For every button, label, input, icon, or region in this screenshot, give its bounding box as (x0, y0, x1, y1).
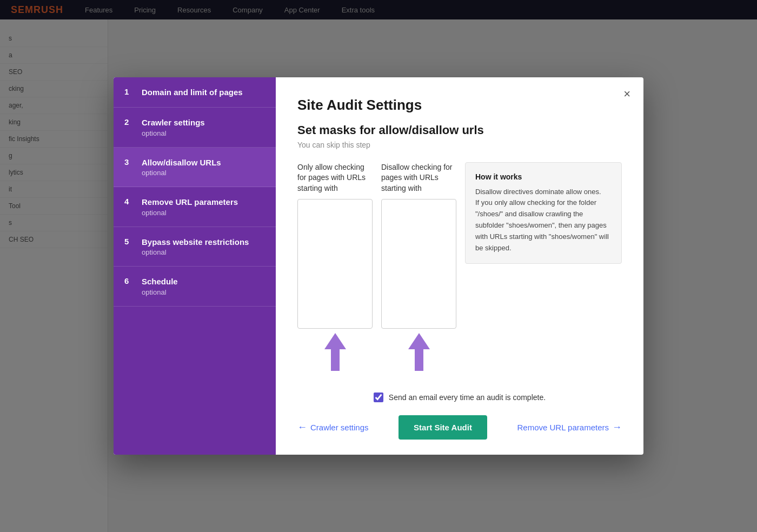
svg-marker-0 (324, 333, 346, 371)
disallow-urls-textarea[interactable] (381, 199, 456, 329)
sidebar-item-bypass[interactable]: 5 Bypass website restrictions optional (114, 227, 276, 267)
how-it-works-title: How it works (475, 172, 612, 181)
sidebar-number-5: 5 (124, 237, 135, 246)
modal-main: × Site Audit Settings Set masks for allo… (276, 77, 643, 455)
sidebar-item-remove-url[interactable]: 4 Remove URL parameters optional (114, 187, 276, 227)
sidebar-number-2: 2 (124, 117, 135, 127)
allow-arrow-up-icon (324, 333, 346, 371)
allow-arrow-indicator (297, 333, 373, 371)
sidebar-title-3: Allow/disallow URLs (142, 157, 221, 168)
sidebar-number-3: 3 (124, 157, 135, 167)
back-button-label: Crawler settings (310, 423, 369, 432)
sidebar-subtitle-2: optional (142, 129, 205, 137)
start-audit-button[interactable]: Start Site Audit (399, 415, 487, 440)
sidebar-subtitle-6: optional (142, 288, 178, 296)
modal-bottom: Send an email every time an audit is com… (297, 382, 622, 440)
back-arrow-icon: ← (297, 422, 307, 433)
sidebar-title-6: Schedule (142, 276, 178, 287)
sidebar-title-2: Crawler settings (142, 117, 205, 128)
next-button[interactable]: Remove URL parameters → (517, 422, 622, 433)
email-checkbox-label: Send an email every time an audit is com… (389, 393, 546, 402)
modal-dialog: 1 Domain and limit of pages 2 Crawler se… (114, 77, 643, 455)
how-it-works-box: How it works Disallow directives dominat… (465, 162, 622, 264)
url-columns: Only allow checking for pages with URLs … (297, 162, 622, 371)
disallow-arrow-indicator (381, 333, 456, 371)
next-button-label: Remove URL parameters (517, 423, 609, 432)
section-title: Set masks for allow/disallow urls (297, 123, 622, 137)
email-checkbox-row: Send an email every time an audit is com… (297, 393, 622, 402)
disallow-column: Disallow checking for pages with URLs st… (381, 162, 456, 371)
sidebar-number-4: 4 (124, 197, 135, 206)
disallow-arrow-up-icon (408, 333, 430, 371)
modal-sidebar: 1 Domain and limit of pages 2 Crawler se… (114, 77, 276, 455)
modal-footer: ← Crawler settings Start Site Audit Remo… (297, 415, 622, 440)
allow-column: Only allow checking for pages with URLs … (297, 162, 373, 371)
sidebar-title-4: Remove URL parameters (142, 197, 238, 208)
sidebar-item-allow-disallow[interactable]: 3 Allow/disallow URLs optional (114, 148, 276, 188)
close-button[interactable]: × (619, 86, 635, 102)
email-checkbox[interactable] (374, 393, 383, 402)
sidebar-number-1: 1 (124, 87, 135, 96)
sidebar-item-schedule[interactable]: 6 Schedule optional (114, 267, 276, 307)
sidebar-number-6: 6 (124, 276, 135, 285)
sidebar-title-5: Bypass website restrictions (142, 237, 249, 248)
modal-title: Site Audit Settings (297, 97, 622, 114)
sidebar-item-domain[interactable]: 1 Domain and limit of pages (114, 77, 276, 108)
how-it-works-text: Disallow directives dominate allow ones.… (475, 187, 612, 254)
sidebar-title-1: Domain and limit of pages (142, 87, 243, 98)
svg-marker-1 (408, 333, 430, 371)
sidebar-subtitle-5: optional (142, 248, 249, 256)
next-arrow-icon: → (612, 422, 622, 433)
allow-column-label: Only allow checking for pages with URLs … (297, 162, 373, 194)
back-button[interactable]: ← Crawler settings (297, 422, 369, 433)
modal-overlay: 1 Domain and limit of pages 2 Crawler se… (0, 0, 757, 532)
section-subtitle: You can skip this step (297, 141, 622, 149)
sidebar-subtitle-4: optional (142, 209, 238, 217)
sidebar-item-crawler[interactable]: 2 Crawler settings optional (114, 108, 276, 148)
disallow-column-label: Disallow checking for pages with URLs st… (381, 162, 456, 194)
sidebar-subtitle-3: optional (142, 169, 221, 177)
allow-urls-textarea[interactable] (297, 199, 373, 329)
